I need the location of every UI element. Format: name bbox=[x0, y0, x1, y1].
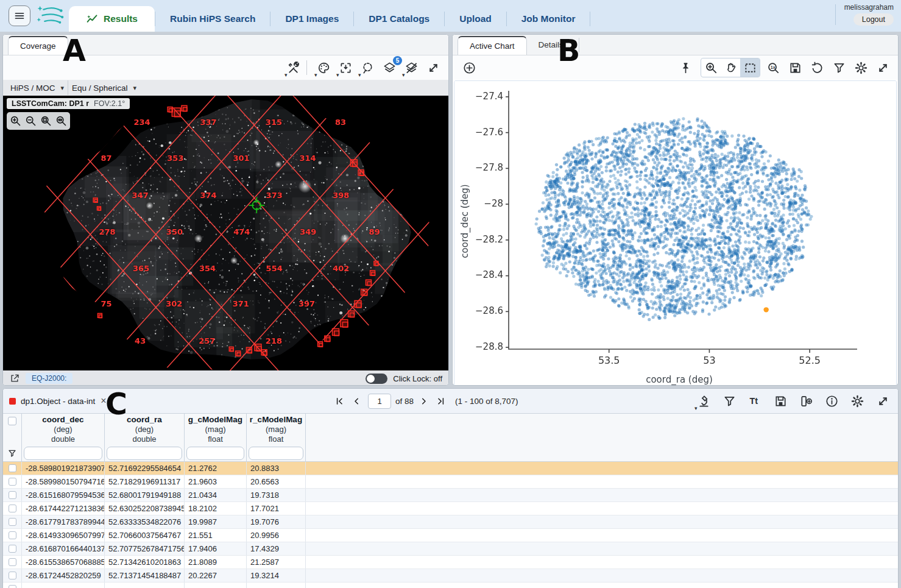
column-header-coord_dec[interactable]: coord_dec(deg)double bbox=[22, 414, 105, 445]
table-row[interactable]: -28.61687016644013752.70775267847175617.… bbox=[3, 542, 898, 556]
chevron-down-icon: ▾ bbox=[133, 84, 137, 92]
prev-page-icon[interactable] bbox=[349, 394, 364, 408]
zoom-fill-icon[interactable] bbox=[54, 113, 69, 129]
sky-map[interactable]: 2343373158387353301314347374373398278350… bbox=[3, 96, 448, 370]
chart-select-icon[interactable] bbox=[740, 58, 760, 77]
table-info-icon[interactable] bbox=[822, 392, 841, 410]
chart-settings-icon[interactable] bbox=[852, 58, 870, 77]
text-view-icon[interactable]: Tt bbox=[746, 392, 764, 410]
click-lock-toggle[interactable] bbox=[366, 374, 387, 384]
row-checkbox[interactable] bbox=[9, 572, 16, 579]
column-header-r_cModelMag[interactable]: r_cModelMag(mag)float bbox=[247, 414, 306, 445]
filter-input-g_cModelMag[interactable] bbox=[186, 447, 244, 460]
external-link-icon[interactable] bbox=[9, 373, 20, 384]
chart-zoom-icon[interactable] bbox=[701, 58, 721, 77]
chart-panel: Active Chart Details B 1x bbox=[452, 34, 899, 386]
last-page-icon[interactable] bbox=[433, 394, 448, 408]
table-row[interactable]: -28.61553865706888552.7134261020186321.8… bbox=[3, 556, 898, 569]
nav-tab-dp1-images[interactable]: DP1 Images bbox=[270, 6, 353, 32]
row-checkbox[interactable] bbox=[9, 518, 16, 526]
filter-input-coord_dec[interactable] bbox=[24, 447, 102, 460]
pin-chart-icon[interactable] bbox=[676, 58, 694, 77]
table-body: -28.58980192187390752.7169229558465421.2… bbox=[3, 462, 898, 588]
nav-tab-job-monitor[interactable]: Job Monitor bbox=[507, 6, 590, 32]
table-column-headers: coord_dec(deg)double coord_ra(deg)double… bbox=[3, 413, 898, 445]
hamburger-icon bbox=[13, 9, 26, 23]
row-checkbox[interactable] bbox=[9, 558, 16, 566]
selection-lasso-icon[interactable]: ▾ bbox=[358, 58, 376, 77]
results-chart-icon bbox=[86, 13, 99, 26]
row-checkbox[interactable] bbox=[9, 531, 16, 539]
nav-tab-upload[interactable]: Upload bbox=[445, 6, 506, 32]
hips-moc-selector[interactable]: HiPS / MOC▾ bbox=[10, 83, 64, 93]
nav-tab-dp1-catalogs[interactable]: DP1 Catalogs bbox=[354, 6, 444, 32]
table-row[interactable]: -28.61516807959453652.6800179194918821.0… bbox=[3, 489, 898, 502]
first-page-icon[interactable] bbox=[332, 394, 347, 408]
table-toolbar: ▾ Tt bbox=[687, 392, 892, 410]
tab-active-chart[interactable]: Active Chart bbox=[458, 36, 527, 55]
coordinate-system-selector[interactable]: Equ / Spherical▾ bbox=[72, 83, 136, 93]
row-checkbox[interactable] bbox=[9, 464, 16, 472]
column-header-g_cModelMag[interactable]: g_cModelMag(mag)float bbox=[185, 414, 247, 445]
filter-chart-icon[interactable] bbox=[830, 58, 848, 77]
image-tools-icon[interactable]: ▾ bbox=[284, 58, 303, 77]
recenter-icon[interactable]: ▾ bbox=[336, 58, 355, 77]
table-row[interactable]: -28.61779178378994452.6333353482207619.9… bbox=[3, 515, 898, 529]
zoom-in-icon[interactable] bbox=[8, 113, 23, 129]
color-palette-icon[interactable]: ▾ bbox=[314, 58, 333, 77]
page-number-input[interactable] bbox=[368, 394, 391, 409]
restore-chart-icon[interactable] bbox=[808, 58, 826, 77]
select-all-checkbox[interactable] bbox=[8, 417, 16, 425]
microscope-icon[interactable]: ▾ bbox=[694, 392, 713, 410]
table-header-bar: dp1.Object - data-int × C of 88 (1 - 100… bbox=[3, 389, 898, 413]
row-checkbox[interactable] bbox=[9, 545, 16, 553]
annotation-letter-a: A bbox=[63, 36, 86, 66]
nav-tab-results[interactable]: Results bbox=[69, 6, 155, 32]
next-page-icon[interactable] bbox=[416, 394, 431, 408]
annotation-letter-c: C bbox=[105, 389, 127, 419]
table-settings-icon[interactable] bbox=[848, 392, 866, 410]
main-tabs: Results Rubin HiPS Search DP1 Images DP1… bbox=[69, 6, 590, 32]
zoom-out-icon[interactable] bbox=[23, 113, 38, 129]
fov-label: FOV:2.1° bbox=[94, 99, 125, 108]
add-column-icon[interactable] bbox=[797, 392, 815, 410]
table-pagination: of 88 (1 - 100 of 8,707) bbox=[332, 394, 518, 409]
table-row[interactable] bbox=[3, 583, 898, 588]
layers-icon[interactable]: 5 bbox=[380, 58, 398, 77]
table-row[interactable]: -28.61744227121383652.63025220873894518.… bbox=[3, 502, 898, 515]
chart-toolbar: 1x bbox=[453, 55, 898, 80]
filter-input-r_cModelMag[interactable] bbox=[249, 447, 303, 460]
filter-funnel-icon[interactable] bbox=[3, 445, 22, 461]
add-chart-icon[interactable] bbox=[460, 58, 478, 77]
zoom-original-icon[interactable]: 1x bbox=[764, 58, 782, 77]
coordinate-readout: EQ-J2000: bbox=[26, 373, 72, 384]
save-table-icon[interactable] bbox=[771, 392, 790, 410]
menu-button[interactable] bbox=[9, 5, 30, 26]
table-row[interactable]: -28.58980192187390752.7169229558465421.2… bbox=[3, 462, 898, 475]
sky-map-canvas[interactable] bbox=[3, 96, 447, 370]
zoom-fit-icon[interactable] bbox=[38, 113, 54, 129]
expand-coverage-icon[interactable] bbox=[424, 58, 442, 77]
table-row[interactable]: -28.61493309650799752.7066003756476721.5… bbox=[3, 529, 898, 542]
expand-table-icon[interactable] bbox=[874, 392, 892, 410]
filter-input-coord_ra[interactable] bbox=[107, 447, 182, 460]
layers-hide-icon[interactable]: ▾ bbox=[402, 58, 420, 77]
logout-button[interactable]: Logout bbox=[853, 13, 894, 26]
row-checkbox[interactable] bbox=[9, 585, 16, 588]
table-row[interactable]: -28.58998015079471652.7182919691131721.9… bbox=[3, 475, 898, 489]
layers-count-badge: 5 bbox=[393, 56, 402, 65]
chart-pan-icon[interactable] bbox=[721, 58, 740, 77]
top-navbar: Results Rubin HiPS Search DP1 Images DP1… bbox=[0, 0, 901, 32]
scatter-chart-canvas[interactable] bbox=[454, 81, 897, 385]
scatter-chart[interactable] bbox=[454, 80, 897, 386]
row-checkbox[interactable] bbox=[9, 478, 16, 486]
tab-coverage[interactable]: Coverage bbox=[8, 36, 68, 55]
row-checkbox[interactable] bbox=[9, 491, 16, 499]
filter-table-icon[interactable] bbox=[720, 392, 738, 410]
table-color-indicator bbox=[9, 398, 16, 405]
save-chart-icon[interactable] bbox=[786, 58, 804, 77]
row-checkbox[interactable] bbox=[9, 505, 16, 512]
expand-chart-icon[interactable] bbox=[874, 58, 892, 77]
nav-tab-rubin-hips-search[interactable]: Rubin HiPS Search bbox=[155, 6, 270, 32]
table-row[interactable]: -28.6172445282025952.7137145418848720.22… bbox=[3, 569, 898, 583]
